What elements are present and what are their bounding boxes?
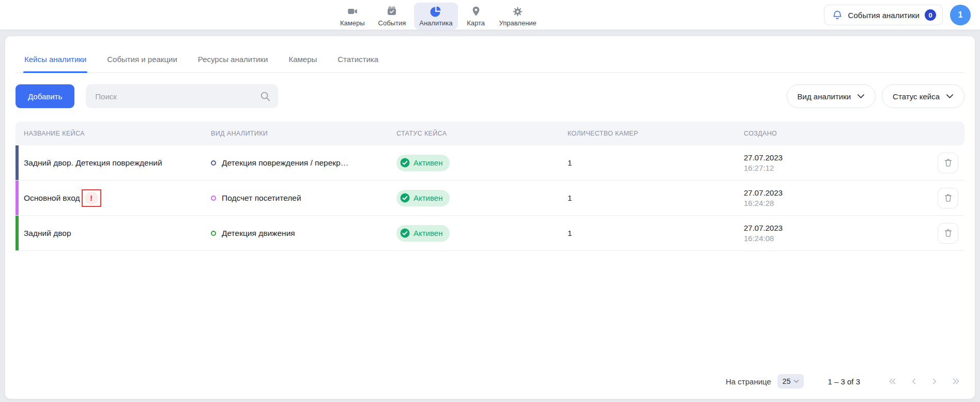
- row-accent-bar: [16, 145, 19, 180]
- previous-page-button[interactable]: [910, 377, 918, 386]
- filter-case-status-label: Статус кейса: [893, 92, 940, 101]
- tab-statistics[interactable]: Статистика: [338, 55, 378, 72]
- filter-analytics-type-dropdown[interactable]: Вид аналитики: [787, 84, 876, 108]
- status-badge: Активен: [396, 190, 450, 206]
- case-name: Задний двор: [24, 229, 71, 238]
- cases-table: НАЗВАНИЕ КЕЙСА ВИД АНАЛИТИКИ СТАТУС КЕЙС…: [16, 122, 964, 251]
- case-name-cell: Основной вход !: [16, 189, 211, 207]
- calendar-check-icon: [386, 5, 398, 18]
- delete-case-button[interactable]: [938, 188, 958, 209]
- nav-label: События: [378, 19, 406, 27]
- tab-analytics-cases[interactable]: Кейсы аналитики: [24, 55, 86, 72]
- created-cell: 27.07.2023 16:24:28: [744, 188, 919, 207]
- table-row[interactable]: Задний двор. Детекция повреждений Детекц…: [16, 145, 964, 181]
- alert-highlight-box: !: [82, 189, 101, 207]
- trash-icon: [943, 193, 953, 203]
- nav-label: Карта: [467, 19, 485, 27]
- camera-count-cell: 1: [568, 158, 744, 168]
- analytics-type-cell: Подсчет посетителей: [211, 193, 396, 203]
- column-header-created: СОЗДАНО: [744, 130, 919, 137]
- delete-case-button[interactable]: [938, 223, 958, 244]
- pager-controls: [887, 377, 961, 386]
- nav-item-map[interactable]: Карта: [461, 3, 491, 29]
- main-nav: Камеры События Аналитика: [335, 3, 542, 29]
- chevron-down-icon: [793, 379, 799, 383]
- analytics-events-button[interactable]: События аналитики 0: [824, 5, 943, 25]
- analytics-page-card: Кейсы аналитики События и реакции Ресурс…: [5, 36, 975, 399]
- filter-analytics-type-label: Вид аналитики: [798, 92, 851, 101]
- row-accent-bar: [16, 216, 19, 250]
- case-status-cell: Активен: [396, 190, 568, 206]
- analytics-events-label: События аналитики: [848, 11, 920, 20]
- analytics-type-cell: Детекция движения: [211, 229, 396, 238]
- table-row[interactable]: Основной вход ! Подсчет посетителей Акти…: [16, 181, 964, 216]
- analytics-type: Детекция движения: [222, 229, 295, 238]
- case-status-cell: Активен: [396, 155, 568, 171]
- pagination-footer: На странице 25 1 – 3 of 3: [16, 374, 964, 399]
- pie-chart-icon: [430, 5, 442, 18]
- case-status-cell: Активен: [396, 225, 568, 242]
- created-cell: 27.07.2023 16:27:12: [744, 153, 919, 172]
- analytics-type-dot-icon: [211, 196, 216, 201]
- check-circle-icon: [400, 228, 410, 238]
- warning-exclamation-icon[interactable]: !: [85, 191, 98, 205]
- gear-icon: [512, 5, 524, 18]
- status-label: Активен: [414, 193, 442, 202]
- next-page-button[interactable]: [930, 377, 939, 386]
- tab-analytics-resources[interactable]: Ресурсы аналитики: [198, 55, 268, 72]
- created-time: 16:27:12: [744, 163, 919, 172]
- filter-case-status-dropdown[interactable]: Статус кейса: [882, 84, 964, 108]
- column-header-case-status: СТАТУС КЕЙСА: [396, 130, 568, 137]
- created-date: 27.07.2023: [744, 188, 919, 197]
- nav-item-management[interactable]: Управление: [494, 3, 542, 29]
- per-page-dropdown[interactable]: 25: [777, 374, 804, 389]
- case-name-cell: Задний двор: [16, 229, 211, 238]
- row-actions-cell: [919, 223, 964, 244]
- status-badge: Активен: [396, 155, 450, 171]
- created-time: 16:24:28: [744, 199, 919, 207]
- analytics-type: Детекция повреждения / перекр…: [222, 158, 348, 168]
- nav-item-analytics[interactable]: Аналитика: [414, 3, 457, 29]
- pagination-range: 1 – 3 of 3: [828, 377, 860, 386]
- status-label: Активен: [414, 158, 442, 167]
- chevron-down-icon: [946, 94, 954, 99]
- analytics-type: Подсчет посетителей: [222, 193, 301, 203]
- trash-icon: [943, 228, 953, 238]
- case-name: Задний двор. Детекция повреждений: [24, 158, 162, 168]
- check-circle-icon: [400, 193, 410, 203]
- search-field: [86, 84, 278, 108]
- nav-item-cameras[interactable]: Камеры: [335, 3, 370, 29]
- created-time: 16:24:08: [744, 234, 919, 243]
- per-page-value: 25: [783, 377, 791, 385]
- check-circle-icon: [400, 158, 410, 168]
- nav-label: Аналитика: [419, 19, 452, 27]
- add-case-button[interactable]: Добавить: [16, 84, 74, 108]
- camera-count-cell: 1: [568, 229, 744, 238]
- first-page-button[interactable]: [887, 377, 897, 386]
- status-label: Активен: [414, 229, 442, 237]
- tab-cameras[interactable]: Камеры: [288, 55, 317, 72]
- bell-icon: [832, 9, 843, 21]
- delete-case-button[interactable]: [938, 153, 958, 173]
- camera-count-cell: 1: [568, 193, 744, 203]
- toolbar: Добавить Вид аналитики Статус кейса: [16, 84, 964, 108]
- created-cell: 27.07.2023 16:24:08: [744, 224, 919, 243]
- tab-events-reactions[interactable]: События и реакции: [107, 55, 177, 72]
- case-name-cell: Задний двор. Детекция повреждений: [16, 158, 211, 168]
- filters: Вид аналитики Статус кейса: [787, 84, 964, 108]
- table-row[interactable]: Задний двор Детекция движения Активен 1 …: [16, 216, 964, 251]
- status-badge: Активен: [396, 225, 450, 242]
- last-page-button[interactable]: [951, 377, 961, 386]
- analytics-type-dot-icon: [211, 160, 216, 166]
- row-actions-cell: [919, 153, 964, 173]
- search-input[interactable]: [95, 92, 259, 101]
- events-count-badge: 0: [925, 9, 936, 21]
- user-avatar[interactable]: 1: [950, 5, 971, 25]
- column-header-case-name: НАЗВАНИЕ КЕЙСА: [16, 130, 211, 137]
- nav-item-events[interactable]: События: [373, 3, 411, 29]
- row-accent-bar: [16, 181, 19, 215]
- analytics-type-dot-icon: [211, 231, 216, 236]
- nav-label: Управление: [499, 19, 537, 27]
- video-camera-icon: [346, 5, 359, 18]
- map-pin-icon: [470, 5, 482, 18]
